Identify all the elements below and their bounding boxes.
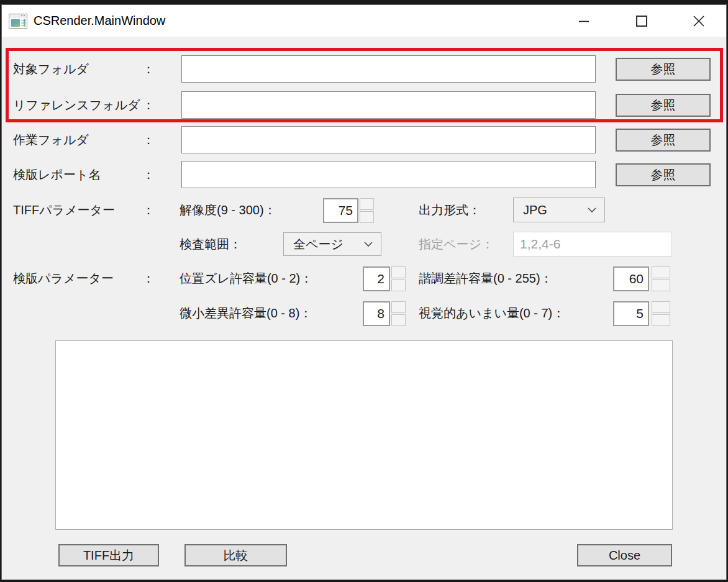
work-folder-input[interactable] (181, 126, 596, 153)
visual-ambiguity-label: 視覚的あいまい量(0 - 7)： (419, 304, 565, 322)
close-icon (693, 15, 705, 27)
scan-range-select[interactable]: 全ページ (283, 232, 381, 256)
browse-button-reference-folder[interactable]: 参照 (616, 94, 711, 117)
target-folder-colon: ： (142, 60, 155, 78)
work-folder-colon: ： (142, 131, 155, 148)
resolution-input[interactable] (323, 198, 358, 223)
app-window: CSRender.MainWindow 対象フォルダ ： 参照 (1, 4, 727, 580)
target-folder-label: 対象フォルダ ： (13, 60, 155, 78)
tiff-params-label-text: TIFFパラメーター (13, 201, 115, 219)
minor-diff-tolerance-spin-up-button[interactable] (391, 301, 406, 313)
app-icon[interactable] (9, 14, 27, 29)
page-spec-label: 指定ページ： (419, 235, 494, 253)
check-params-label: 検版パラメーター ： (13, 270, 155, 287)
work-folder-label: 作業フォルダ ： (13, 131, 155, 148)
log-listbox[interactable] (55, 340, 673, 530)
output-format-label: 出力形式： (419, 201, 481, 219)
position-tolerance-spin-down-button[interactable] (391, 280, 406, 291)
reference-folder-input[interactable] (181, 91, 596, 119)
browse-button-target-folder[interactable]: 参照 (616, 58, 711, 81)
maximize-button[interactable] (622, 5, 661, 37)
report-name-colon: ： (142, 166, 155, 183)
maximize-icon (635, 15, 648, 27)
check-params-colon: ： (142, 270, 155, 287)
minor-diff-tolerance-spin-down-button[interactable] (391, 314, 406, 326)
output-format-select[interactable]: JPG (513, 198, 605, 222)
work-folder-label-text: 作業フォルダ (13, 131, 89, 148)
resolution-spin-up-button[interactable] (360, 198, 374, 210)
app-icon-dot (24, 15, 25, 16)
tiff-params-colon: ： (142, 201, 155, 219)
minimize-button[interactable] (565, 5, 603, 37)
position-tolerance-input[interactable] (363, 266, 390, 291)
app-icon-bar (24, 19, 25, 27)
position-tolerance-spin-up-button[interactable] (391, 266, 406, 278)
tone-tolerance-spin-up-button[interactable] (652, 266, 670, 278)
scan-range-value: 全ページ (293, 236, 344, 253)
position-tolerance-label: 位置ズレ許容量(0 - 2)： (180, 270, 312, 287)
reference-folder-colon: ： (142, 96, 155, 114)
reference-folder-label: リファレンスフォルダ ： (13, 96, 155, 114)
chevron-down-icon (364, 242, 373, 247)
tone-tolerance-spin-down-button[interactable] (652, 280, 670, 291)
tiff-params-label: TIFFパラメーター ： (13, 201, 155, 219)
chevron-down-icon (588, 207, 596, 213)
window-title: CSRender.MainWindow (34, 14, 165, 28)
page-spec-input[interactable] (513, 232, 672, 257)
reference-folder-label-text: リファレンスフォルダ (13, 96, 140, 114)
report-name-label-text: 検版レポート名 (13, 166, 101, 183)
minimize-icon (578, 15, 590, 27)
minor-diff-tolerance-input[interactable] (363, 301, 390, 326)
check-params-label-text: 検版パラメーター (13, 270, 114, 287)
tone-tolerance-input[interactable] (613, 266, 649, 291)
title-bar[interactable]: CSRender.MainWindow (2, 5, 726, 37)
visual-ambiguity-spin-down-button[interactable] (652, 314, 670, 326)
report-name-input[interactable] (181, 161, 596, 188)
close-dialog-button[interactable]: Close (577, 544, 672, 566)
scan-range-label: 検査範囲： (180, 235, 242, 253)
minor-diff-tolerance-label: 微小差異許容量(0 - 8)： (180, 304, 312, 322)
app-icon-pane (11, 19, 20, 27)
report-name-label: 検版レポート名 ： (13, 166, 155, 183)
visual-ambiguity-spin-up-button[interactable] (652, 301, 670, 313)
browse-button-work-folder[interactable]: 参照 (616, 129, 711, 152)
close-button[interactable] (680, 5, 718, 37)
browse-button-report-name[interactable]: 参照 (616, 163, 711, 186)
tone-tolerance-label: 諧調差許容量(0 - 255)： (419, 270, 553, 287)
app-icon-dot (21, 15, 22, 16)
visual-ambiguity-input[interactable] (613, 301, 649, 326)
client-area: 対象フォルダ ： 参照 リファレンスフォルダ ： 参照 作業フォルダ ： 参照 … (2, 37, 726, 580)
resolution-label: 解像度(9 - 300)： (180, 201, 276, 219)
resolution-spin-down-button[interactable] (360, 211, 374, 223)
tiff-output-button[interactable]: TIFF出力 (58, 544, 159, 566)
target-folder-label-text: 対象フォルダ (13, 60, 89, 78)
target-folder-input[interactable] (181, 55, 596, 83)
output-format-value: JPG (523, 203, 547, 217)
compare-button[interactable]: 比較 (184, 544, 287, 566)
